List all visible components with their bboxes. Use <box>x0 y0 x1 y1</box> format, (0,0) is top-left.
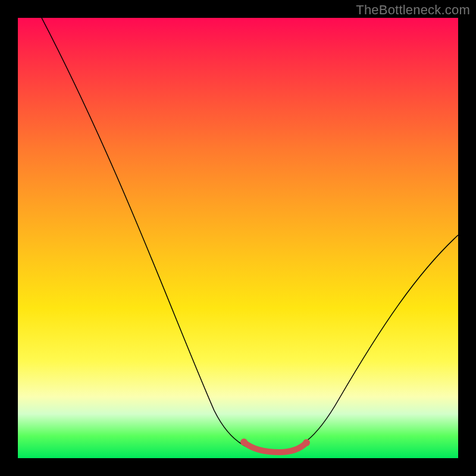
stage: TheBottleneck.com <box>0 0 476 476</box>
highlight-start-dot <box>240 439 248 446</box>
highlight-segment <box>244 442 306 452</box>
chart-svg <box>18 18 458 458</box>
series-curve <box>42 18 458 452</box>
watermark-text: TheBottleneck.com <box>356 2 470 18</box>
chart-plot <box>18 18 458 458</box>
highlight-end-dot <box>303 439 310 446</box>
